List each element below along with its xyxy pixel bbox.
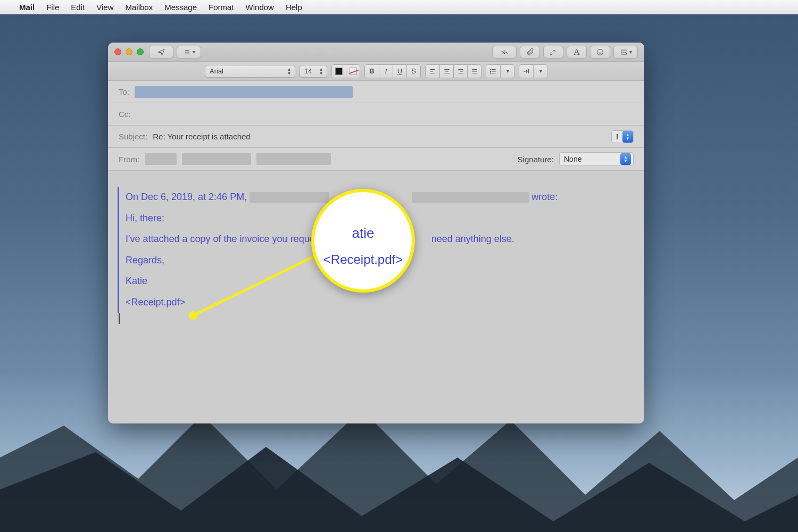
chevron-down-icon: ▾ [539,68,542,74]
subject-row[interactable]: Subject: Re: Your receipt is attached ! … [108,126,644,148]
align-justify-button[interactable] [467,65,481,78]
text-cursor [119,313,120,324]
window-titlebar: ▾ A ▾ [108,43,644,62]
to-recipient-redacted [135,86,353,98]
priority-control[interactable]: ! ▲▼ [611,130,634,143]
svg-point-0 [597,49,603,55]
menu-view[interactable]: View [96,3,113,12]
color-swatch [335,68,343,75]
macos-menubar: Mail File Edit View Mailbox Message Form… [0,0,798,14]
paperclip-icon [526,48,534,56]
signature-label: Signature: [518,155,554,164]
menu-format[interactable]: Format [209,3,234,12]
stepper-icon: ▴▾ [320,67,322,76]
priority-stepper[interactable]: ▲▼ [622,131,633,143]
font-size-select[interactable]: 14 ▴▾ [300,65,327,78]
header-fields-button[interactable]: ▾ [177,46,201,59]
stepper-icon: ▴▾ [288,67,290,76]
indent-menu-button[interactable]: ▾ [533,65,547,78]
zoom-button[interactable] [137,48,144,55]
reply-all-icon [500,48,509,56]
chevron-down-icon: ▾ [193,49,195,55]
menu-edit[interactable]: Edit [71,3,85,12]
attach-button[interactable] [520,46,540,59]
menu-message[interactable]: Message [164,3,197,12]
list-icon [183,48,192,56]
list-menu-button[interactable]: ▾ [500,65,514,78]
send-button[interactable] [149,46,173,59]
menu-file[interactable]: File [46,3,59,12]
from-redacted [182,153,251,165]
underline-button[interactable]: U [393,65,406,78]
font-family-select[interactable]: Arial ▴▾ [205,65,295,78]
cc-row[interactable]: Cc: [108,103,644,126]
svg-point-3 [491,71,491,71]
quote-line-attached-a: I've attached a copy of the invoice you … [126,234,320,244]
message-headers: To: Cc: Subject: Re: Your receipt is att… [108,81,644,171]
media-button[interactable]: ▾ [613,46,638,59]
close-button[interactable] [114,48,121,55]
sender-redacted [412,192,529,203]
from-row: From: Signature: None ▲▼ [108,148,644,170]
quote-date: On Dec 6, 2019, at 2:46 PM, [126,192,247,202]
italic-button[interactable]: I [379,65,393,78]
from-label: From: [119,155,139,164]
format-toolbar: Arial ▴▾ 14 ▴▾ B I U S ▾ ▾ [108,62,644,81]
signature-value: None [564,155,581,163]
align-center-button[interactable] [439,65,453,78]
no-color-icon [350,68,357,75]
align-right-button[interactable] [453,65,467,78]
app-menu[interactable]: Mail [19,3,35,12]
bold-button[interactable]: B [365,65,379,78]
signature-select[interactable]: None ▲▼ [559,152,634,166]
to-label: To: [119,87,129,96]
subject-value: Re: Your receipt is attached [153,132,250,141]
from-redacted [256,153,331,165]
priority-mark: ! [612,132,622,141]
svg-point-2 [491,69,491,69]
font-size-value: 14 [304,67,312,75]
signature-stepper[interactable]: ▲▼ [620,153,631,165]
minimize-button[interactable] [126,48,132,55]
to-row[interactable]: To: [108,81,644,103]
markup-icon [549,48,558,56]
sender-redacted [250,192,329,203]
cc-label: Cc: [119,110,131,119]
strike-button[interactable]: S [406,65,420,78]
fonts-button[interactable]: A [567,46,587,59]
paperplane-icon [157,48,165,56]
menu-window[interactable]: Window [246,3,274,12]
quote-line-attached-b: need anything else. [431,234,514,244]
quote-attachment: <Receipt.pdf> [126,292,635,313]
reply-all-button[interactable] [492,46,517,59]
quote-wrote: wrote: [531,192,558,202]
menu-mailbox[interactable]: Mailbox [125,3,153,12]
photo-icon [620,48,628,56]
callout-frag-main: <Receipt.pdf> [323,252,403,267]
svg-point-4 [491,72,491,73]
chevron-down-icon: ▾ [629,49,632,55]
window-controls [114,48,144,55]
callout-magnifier: atie <Receipt.pdf> [311,189,415,293]
list-button[interactable] [486,65,500,78]
from-redacted [145,153,177,165]
highlight-color-button[interactable] [346,65,360,78]
text-color-button[interactable] [332,65,346,78]
subject-label: Subject: [119,132,147,141]
menu-help[interactable]: Help [286,3,302,12]
emoji-button[interactable] [590,46,610,59]
chevron-down-icon: ▾ [506,68,509,74]
align-left-button[interactable] [426,65,439,78]
markup-button[interactable] [543,46,563,59]
indent-button[interactable] [519,65,533,78]
callout-frag-top: atie [352,225,375,242]
font-family-value: Arial [210,67,223,75]
smiley-icon [596,48,604,56]
